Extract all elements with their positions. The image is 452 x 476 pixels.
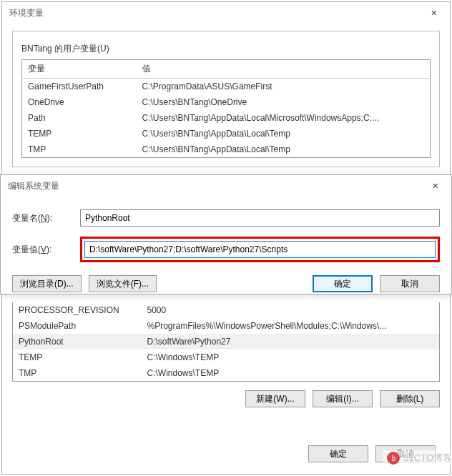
table-row[interactable]: TEMPC:\Users\BNTang\AppData\Local\Temp	[22, 126, 431, 142]
close-icon[interactable]: ×	[424, 4, 444, 21]
system-vars-group: PROCESSOR_REVISION5000 PSModulePath%Prog…	[12, 302, 440, 416]
ok-button[interactable]: 确定	[308, 445, 368, 462]
edit-var-dialog: 编辑系统变量 × 变量名(N): 变量值(V): 浏览目录(D)... 浏览文件…	[0, 174, 452, 294]
ok-button[interactable]: 确定	[313, 275, 373, 292]
cancel-button[interactable]: 取消	[380, 275, 440, 292]
col-var[interactable]: 变量	[22, 60, 137, 79]
edit-title: 编辑系统变量	[8, 180, 59, 192]
edit-button[interactable]: 编辑(I)...	[313, 390, 373, 407]
watermark-logo-icon: b	[387, 452, 400, 465]
value-input[interactable]	[84, 241, 436, 258]
user-vars-label: BNTang 的用户变量(U)	[21, 39, 431, 59]
delete-button[interactable]: 删除(L)	[380, 390, 440, 407]
user-vars-table[interactable]: 变量 值 GameFirstUserPathC:\ProgramData\ASU…	[21, 59, 431, 158]
table-row[interactable]: PSModulePath%ProgramFiles%\WindowsPowerS…	[13, 318, 440, 334]
new-button[interactable]: 新建(W)...	[245, 390, 305, 407]
watermark-text: 51CTO博客	[403, 452, 452, 465]
table-row[interactable]: OneDriveC:\Users\BNTang\OneDrive	[22, 94, 431, 110]
value-label: 变量值(V):	[12, 244, 80, 256]
table-row[interactable]: TMPC:\Users\BNTang\AppData\Local\Temp	[22, 142, 431, 158]
env-titlebar: 环境变量 ×	[2, 2, 450, 24]
table-row[interactable]: TEMPC:\Windows\TEMP	[13, 349, 440, 365]
table-row[interactable]: PathC:\Users\BNTang\AppData\Local\Micros…	[22, 110, 431, 126]
sys-vars-buttons: 新建(W)... 编辑(I)... 删除(L)	[12, 382, 440, 416]
value-highlight-box	[80, 237, 440, 262]
table-row-selected[interactable]: PythonRootD:\softWare\Python27	[13, 334, 440, 349]
table-row[interactable]: GameFirstUserPathC:\ProgramData\ASUS\Gam…	[22, 79, 431, 95]
name-input[interactable]	[80, 209, 440, 227]
watermark: b 51CTO博客	[383, 450, 452, 466]
table-row[interactable]: TMPC:\Windows\TEMP	[13, 365, 440, 382]
close-icon[interactable]: ×	[426, 177, 446, 194]
browse-dir-button[interactable]: 浏览目录(D)...	[12, 275, 82, 292]
system-vars-table[interactable]: PROCESSOR_REVISION5000 PSModulePath%Prog…	[12, 302, 440, 382]
user-vars-group: BNTang 的用户变量(U) 变量 值 GameFirstUserPathC:…	[12, 31, 440, 167]
browse-file-button[interactable]: 浏览文件(F)...	[89, 275, 157, 292]
edit-titlebar: 编辑系统变量 ×	[1, 175, 451, 197]
edit-form: 变量名(N): 变量值(V):	[1, 197, 451, 262]
value-row: 变量值(V):	[12, 237, 440, 262]
name-row: 变量名(N):	[12, 209, 440, 227]
env-title: 环境变量	[9, 7, 44, 19]
table-row[interactable]: PROCESSOR_REVISION5000	[13, 302, 440, 318]
col-val[interactable]: 值	[137, 60, 431, 79]
edit-dialog-buttons: 浏览目录(D)... 浏览文件(F)... 确定 取消	[1, 272, 451, 299]
name-label: 变量名(N):	[12, 212, 80, 224]
